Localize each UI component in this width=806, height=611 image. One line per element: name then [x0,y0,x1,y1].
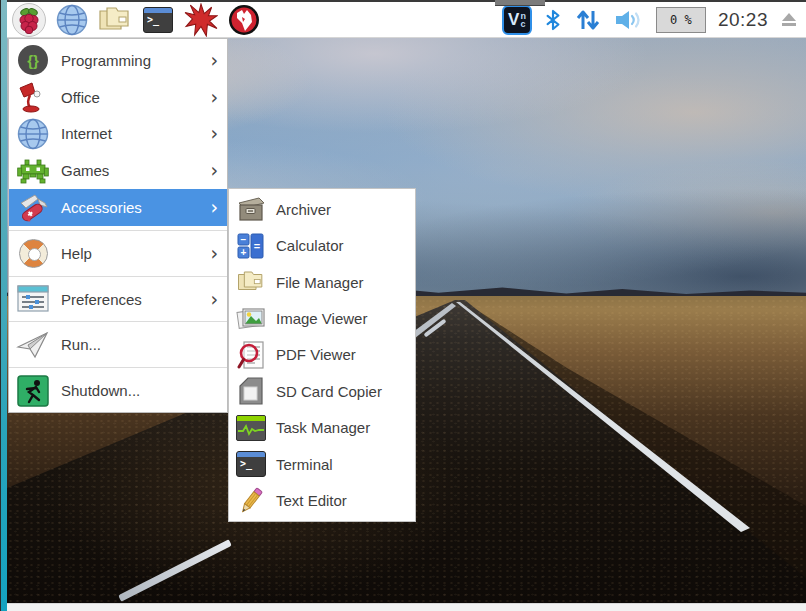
exit-run-icon [16,374,50,408]
svg-text:=: = [254,240,260,252]
mathematica-button[interactable] [182,3,220,37]
globe-icon [56,4,88,36]
folders-icon [97,5,133,35]
browser-button[interactable] [53,3,91,37]
menu-button[interactable] [10,3,48,37]
submenu-item-file-manager[interactable]: File Manager [229,264,415,300]
submenu-arrow-icon: › [210,290,218,309]
submenu-arrow-icon: › [210,51,218,70]
submenu-arrow-icon: › [210,244,218,263]
up-down-arrows-icon[interactable] [574,8,602,32]
lifebuoy-icon [16,236,50,270]
menu-item-shutdown[interactable]: Shutdown... [9,372,227,409]
menu-item-preferences[interactable]: Preferences › [9,281,227,318]
file-manager-button[interactable] [96,3,134,37]
menu-separator [9,367,227,368]
applications-menu: {} Programming › Office › [8,38,228,413]
desk-lamp-icon [16,80,50,114]
pdf-magnifier-icon [236,340,266,370]
wolfram-button[interactable] [225,3,263,37]
space-invader-icon [16,154,50,188]
swiss-knife-icon [16,191,50,225]
submenu-item-calculator[interactable]: − + = Calculator [229,227,415,263]
taskbar-launchers: >_ [7,3,263,37]
accessories-submenu: Archiver − + = Calculator [228,188,416,522]
submenu-arrow-icon: › [210,198,218,217]
menu-item-programming[interactable]: {} Programming › [9,42,227,79]
submenu-arrow-icon: › [210,124,218,143]
settings-window-icon [16,282,50,316]
submenu-item-sd-card-copier[interactable]: SD Card Copier [229,373,415,409]
folders-icon [236,267,266,297]
bluetooth-icon[interactable] [544,8,562,32]
menu-item-internet[interactable]: Internet › [9,116,227,153]
submenu-item-terminal[interactable]: >_ Terminal [229,446,415,482]
taskbar: >_ V n c [7,2,806,38]
spikey-icon [184,3,218,37]
menu-item-help[interactable]: Help › [9,235,227,272]
cpu-usage-monitor[interactable]: 0 % [656,7,706,33]
braces-icon: {} [16,43,50,77]
globe-icon [16,117,50,151]
system-tray: V n c 0 % 20:23 [502,5,806,35]
vnc-tray-icon[interactable]: V n c [502,5,532,35]
window-bottom-bar [7,603,806,611]
svg-text:+: + [241,247,247,258]
sd-card-icon [236,376,266,406]
menu-item-run[interactable]: Run... [9,326,227,363]
terminal-icon: >_ [236,449,266,479]
paper-plane-icon [16,328,50,362]
task-monitor-icon [236,413,266,443]
wolf-icon [228,4,260,36]
archive-box-icon [236,194,266,224]
terminal-button[interactable]: >_ [139,3,177,37]
menu-separator [9,230,227,231]
window-left-border [0,0,7,611]
svg-text:−: − [241,233,247,244]
raspberry-icon [12,3,46,37]
menu-item-accessories[interactable]: Accessories › [9,189,227,226]
menu-separator [9,321,227,322]
clock[interactable]: 20:23 [718,9,768,31]
raspberry-pi-desktop: >_ V n c [0,0,806,611]
menu-item-office[interactable]: Office › [9,79,227,116]
submenu-item-text-editor[interactable]: Text Editor [229,483,415,519]
speaker-icon[interactable] [614,8,644,32]
submenu-item-pdf-viewer[interactable]: PDF Viewer [229,337,415,373]
submenu-item-task-manager[interactable]: Task Manager [229,410,415,446]
submenu-item-image-viewer[interactable]: Image Viewer [229,300,415,336]
menu-separator [9,276,227,277]
submenu-arrow-icon: › [210,88,218,107]
pencil-icon [236,486,266,516]
window-top-border [0,0,806,2]
eject-icon[interactable] [780,11,798,29]
window-top-notch [495,0,545,6]
terminal-icon: >_ [143,7,173,33]
calculator-icon: − + = [236,231,266,261]
submenu-arrow-icon: › [210,161,218,180]
submenu-item-archiver[interactable]: Archiver [229,191,415,227]
photos-icon [236,304,266,334]
menu-item-games[interactable]: Games › [9,152,227,189]
